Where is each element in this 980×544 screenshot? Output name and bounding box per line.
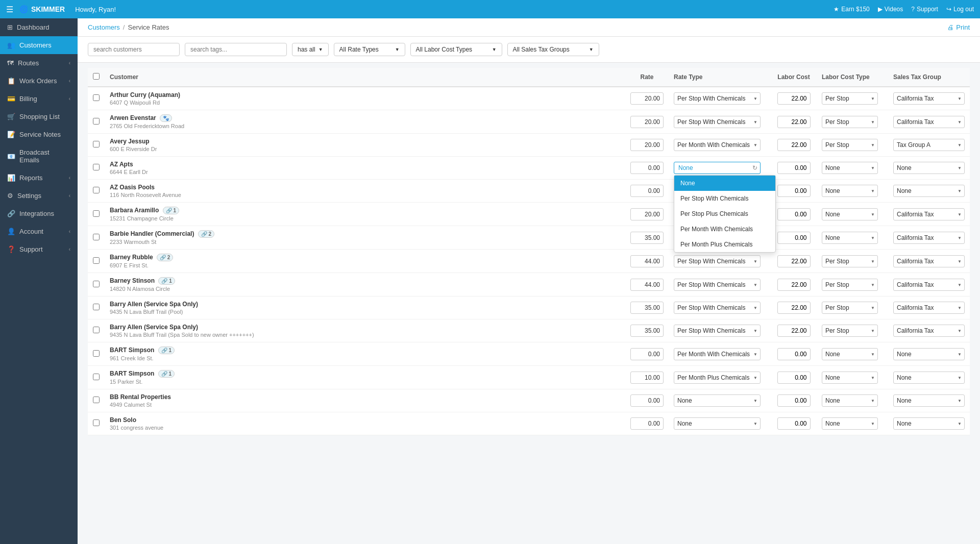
labor-cost-type-select[interactable]: NonePer StopPer Month bbox=[822, 162, 878, 174]
rate-type-select[interactable]: NonePer Stop With ChemicalsPer Stop Plus… bbox=[674, 255, 761, 267]
labor-cost-cell[interactable] bbox=[771, 157, 817, 180]
sales-tax-group-cell[interactable]: NoneCalifornia TaxTax Group A bbox=[888, 389, 970, 412]
sales-tax-group-cell[interactable]: NoneCalifornia TaxTax Group A bbox=[888, 180, 970, 203]
labor-cost-type-select[interactable]: NonePer StopPer Month bbox=[822, 139, 878, 151]
rate-type-cell[interactable]: NonePer Stop With ChemicalsPer Stop Plus… bbox=[669, 319, 771, 342]
labor-cost-input[interactable] bbox=[777, 325, 811, 337]
labor-cost-type-select[interactable]: NonePer StopPer Month bbox=[822, 185, 878, 197]
labor-cost-type-select[interactable]: NonePer StopPer Month bbox=[822, 417, 878, 430]
rate-type-cell[interactable]: NonePer Stop With ChemicalsPer Stop Plus… bbox=[669, 87, 771, 110]
rate-type-select[interactable]: NonePer Stop With ChemicalsPer Stop Plus… bbox=[674, 372, 761, 384]
rate-type-cell[interactable]: NonePer Stop With ChemicalsPer Stop Plus… bbox=[669, 389, 771, 412]
row-checkbox-cell[interactable] bbox=[88, 157, 105, 180]
rate-type-cell[interactable]: NonePer Stop With ChemicalsPer Stop Plus… bbox=[669, 250, 771, 273]
rate-input[interactable] bbox=[630, 325, 664, 337]
row-checkbox[interactable] bbox=[93, 281, 100, 287]
labor-cost-type-cell[interactable]: NonePer StopPer Month bbox=[817, 296, 888, 319]
labor-cost-cell[interactable] bbox=[771, 226, 817, 250]
rate-cell[interactable] bbox=[625, 180, 669, 203]
sales-tax-group-cell[interactable]: NoneCalifornia TaxTax Group A bbox=[888, 319, 970, 342]
rate-cell[interactable] bbox=[625, 319, 669, 342]
row-checkbox[interactable] bbox=[93, 257, 100, 264]
labor-cost-input[interactable] bbox=[777, 92, 811, 105]
rate-type-select[interactable]: NonePer Stop With ChemicalsPer Stop Plus… bbox=[674, 394, 761, 407]
sidebar-item-workorders[interactable]: 📋 Work Orders ‹ bbox=[0, 72, 78, 90]
rate-input[interactable] bbox=[630, 348, 664, 360]
row-checkbox[interactable] bbox=[93, 118, 100, 125]
has-all-select[interactable]: has all ▼ bbox=[292, 43, 329, 56]
rate-type-select[interactable]: NonePer Stop With ChemicalsPer Stop Plus… bbox=[674, 139, 761, 151]
labor-cost-cell[interactable] bbox=[771, 203, 817, 226]
logout-link[interactable]: ↪ Log out bbox=[946, 6, 974, 13]
row-checkbox[interactable] bbox=[93, 397, 100, 403]
labor-cost-type-cell[interactable]: NonePer StopPer Month bbox=[817, 203, 888, 226]
rate-cell[interactable] bbox=[625, 87, 669, 110]
labor-cost-input[interactable] bbox=[777, 348, 811, 360]
row-checkbox-cell[interactable] bbox=[88, 203, 105, 226]
sales-tax-group-cell[interactable]: NoneCalifornia TaxTax Group A bbox=[888, 366, 970, 389]
rate-cell[interactable] bbox=[625, 273, 669, 296]
rate-cell[interactable] bbox=[625, 389, 669, 412]
search-customers-input[interactable] bbox=[88, 43, 180, 56]
labor-cost-cell[interactable] bbox=[771, 296, 817, 319]
labor-cost-input[interactable] bbox=[777, 372, 811, 384]
row-checkbox-cell[interactable] bbox=[88, 134, 105, 157]
rate-input[interactable] bbox=[630, 116, 664, 128]
sales-tax-group-select[interactable]: NoneCalifornia TaxTax Group A bbox=[893, 92, 965, 105]
rate-input[interactable] bbox=[630, 185, 664, 197]
row-checkbox[interactable] bbox=[93, 374, 100, 380]
sidebar-item-billing[interactable]: 💳 Billing ‹ bbox=[0, 90, 78, 108]
labor-cost-type-cell[interactable]: NonePer StopPer Month bbox=[817, 87, 888, 110]
sales-tax-group-cell[interactable]: NoneCalifornia TaxTax Group A bbox=[888, 157, 970, 180]
rate-cell[interactable] bbox=[625, 412, 669, 435]
row-checkbox[interactable] bbox=[93, 350, 100, 357]
rate-type-select[interactable]: NonePer Stop With ChemicalsPer Stop Plus… bbox=[674, 325, 761, 337]
row-checkbox-cell[interactable] bbox=[88, 389, 105, 412]
rate-type-cell[interactable]: NonePer Stop With ChemicalsPer Stop Plus… bbox=[669, 366, 771, 389]
labor-cost-cell[interactable] bbox=[771, 366, 817, 389]
row-checkbox-cell[interactable] bbox=[88, 110, 105, 134]
labor-cost-type-cell[interactable]: NonePer StopPer Month bbox=[817, 250, 888, 273]
rate-input[interactable] bbox=[630, 394, 664, 407]
rate-type-filter[interactable]: All Rate Types ▼ bbox=[334, 43, 405, 56]
hamburger-icon[interactable]: ☰ bbox=[6, 5, 13, 14]
labor-cost-type-cell[interactable]: NonePer StopPer Month bbox=[817, 157, 888, 180]
rate-type-select[interactable]: NonePer Stop With ChemicalsPer Stop Plus… bbox=[674, 302, 761, 314]
labor-cost-type-cell[interactable]: NonePer StopPer Month bbox=[817, 273, 888, 296]
sales-tax-group-select[interactable]: NoneCalifornia TaxTax Group A bbox=[893, 325, 965, 337]
labor-cost-type-cell[interactable]: NonePer StopPer Month bbox=[817, 342, 888, 366]
labor-cost-cell[interactable] bbox=[771, 342, 817, 366]
labor-cost-type-cell[interactable]: NonePer StopPer Month bbox=[817, 180, 888, 203]
sales-tax-group-cell[interactable]: NoneCalifornia TaxTax Group A bbox=[888, 273, 970, 296]
videos-link[interactable]: ▶ Videos bbox=[878, 6, 903, 13]
sales-tax-group-cell[interactable]: NoneCalifornia TaxTax Group A bbox=[888, 296, 970, 319]
sales-tax-group-cell[interactable]: NoneCalifornia TaxTax Group A bbox=[888, 342, 970, 366]
row-checkbox-cell[interactable] bbox=[88, 273, 105, 296]
print-button[interactable]: 🖨 Print bbox=[947, 23, 970, 31]
sidebar-item-account[interactable]: 👤 Account ‹ bbox=[0, 222, 78, 240]
dropdown-option-per-stop-plus[interactable]: Per Stop Plus Chemicals bbox=[674, 206, 775, 221]
row-checkbox-cell[interactable] bbox=[88, 180, 105, 203]
sales-tax-group-select[interactable]: NoneCalifornia TaxTax Group A bbox=[893, 348, 965, 360]
labor-cost-cell[interactable] bbox=[771, 319, 817, 342]
labor-cost-input[interactable] bbox=[777, 279, 811, 291]
sidebar-item-dashboard[interactable]: ⊞ Dashboard bbox=[0, 18, 78, 36]
rate-input[interactable] bbox=[630, 417, 664, 430]
sidebar-item-routes[interactable]: 🗺 Routes ‹ bbox=[0, 54, 78, 72]
rate-type-cell[interactable]: NonePer Stop With ChemicalsPer Stop Plus… bbox=[669, 412, 771, 435]
rate-type-select[interactable]: NonePer Stop With ChemicalsPer Stop Plus… bbox=[674, 279, 761, 291]
rate-input[interactable] bbox=[630, 302, 664, 314]
rate-type-select[interactable]: NonePer Stop With ChemicalsPer Stop Plus… bbox=[674, 417, 761, 430]
labor-cost-type-select[interactable]: NonePer StopPer Month bbox=[822, 325, 878, 337]
labor-cost-input[interactable] bbox=[777, 417, 811, 430]
sidebar-item-broadcastemails[interactable]: 📧 Broadcast Emails bbox=[0, 143, 78, 169]
rate-type-dropdown-wrapper[interactable]: None ↻ None Per Stop With Chemicals Per … bbox=[674, 162, 761, 174]
rate-input[interactable] bbox=[630, 255, 664, 267]
labor-cost-type-cell[interactable]: NonePer StopPer Month bbox=[817, 134, 888, 157]
row-checkbox[interactable] bbox=[93, 304, 100, 310]
select-all-header[interactable] bbox=[88, 68, 105, 87]
row-checkbox[interactable] bbox=[93, 187, 100, 193]
rate-type-cell[interactable]: NonePer Stop With ChemicalsPer Stop Plus… bbox=[669, 110, 771, 134]
rate-cell[interactable] bbox=[625, 110, 669, 134]
sales-tax-group-cell[interactable]: NoneCalifornia TaxTax Group A bbox=[888, 134, 970, 157]
